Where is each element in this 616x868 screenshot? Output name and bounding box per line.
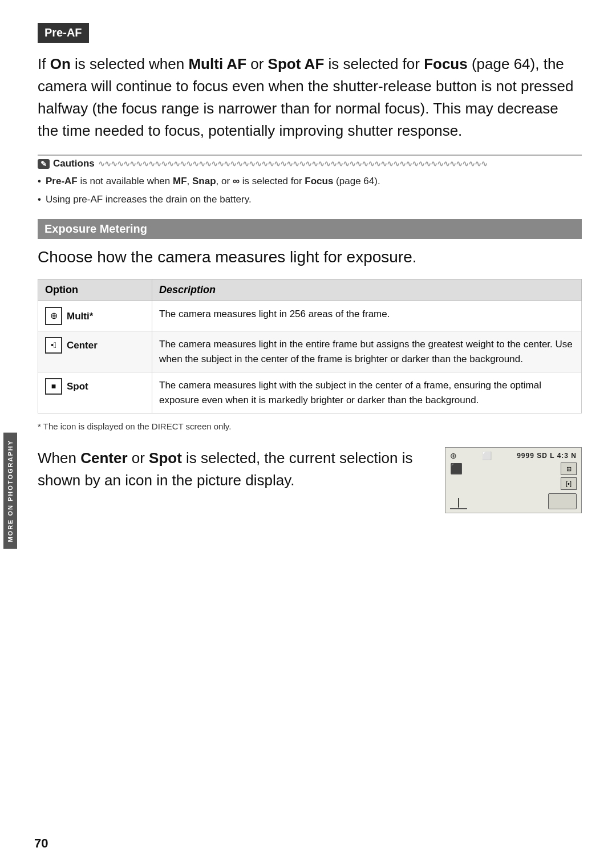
cautions-wave: ∿∿∿∿∿∿∿∿∿∿∿∿∿∿∿∿∿∿∿∿∿∿∿∿∿∿∿∿∿∿∿∿∿∿∿∿∿∿∿∿… [98,159,487,168]
caution-item-1: Pre-AF is not available when MF, Snap, o… [38,174,582,189]
bottom-text: When Center or Spot is selected, the cur… [38,447,428,492]
spot-label: Spot [67,379,88,394]
spot-icon: ■ [45,378,62,395]
lcd-photo-icon: ⬜ [482,451,492,460]
col-header-desc: Description [152,279,582,301]
exposure-subtitle: Choose how the camera measures light for… [38,247,582,267]
camera-lcd: ⊕ ⬜ 9999 SD L 4:3 N ⬛ ⊞ [•] | [445,447,582,513]
pre-af-header: Pre-AF [38,23,89,43]
cautions-list: Pre-AF is not available when MF, Snap, o… [38,174,582,206]
center-label: Center [67,338,98,353]
lcd-top-row: ⊕ ⬜ 9999 SD L 4:3 N [450,451,577,460]
table-row: •⃞ Center The camera measures light in t… [38,331,582,372]
table-row: ■ Spot The camera measures light with th… [38,372,582,413]
lcd-center-metering-icon: [•] [561,477,577,490]
option-cell-content-multi: ⊕ Multi* [45,307,145,325]
lcd-numbers: 9999 SD L 4:3 N [517,452,577,460]
footnote: * The icon is displayed on the DIRECT sc… [38,421,582,431]
bottom-section: When Center or Spot is selected, the cur… [38,447,582,513]
main-content: Pre-AF If On is selected when Multi AF o… [21,0,616,868]
side-tab: More on Photography [0,114,21,868]
exposure-metering-header: Exposure Metering [38,219,582,239]
cautions-header: ✎ Cautions ∿∿∿∿∿∿∿∿∿∿∿∿∿∿∿∿∿∿∿∿∿∿∿∿∿∿∿∿∿… [38,158,582,169]
lcd-middle-icon: ⬛ [450,463,463,490]
table-row: ⊕ Multi* The camera measures light in 25… [38,301,582,331]
option-cell-spot: ■ Spot [38,372,152,413]
center-icon: •⃞ [45,337,62,354]
cautions-label: Cautions [53,158,95,169]
lcd-middle: ⬛ ⊞ [•] [450,463,577,490]
lcd-frame-bracket [548,493,577,509]
lcd-wifi-icon: ⊕ [450,451,457,460]
lcd-bar-icon: | [450,496,467,509]
multi-icon: ⊕ [45,307,62,325]
multi-desc: The camera measures light in 256 areas o… [152,301,582,331]
pre-af-body: If On is selected when Multi AF or Spot … [38,53,582,142]
option-cell-content-spot: ■ Spot [45,378,145,395]
option-cell-content-center: •⃞ Center [45,337,145,354]
col-header-option: Option [38,279,152,301]
spot-desc: The camera measures light with the subje… [152,372,582,413]
multi-label: Multi* [67,309,93,324]
page-number: 70 [34,836,48,851]
caution-item-2: Using pre-AF increases the drain on the … [38,192,582,207]
option-cell-center: •⃞ Center [38,331,152,372]
option-cell-multi: ⊕ Multi* [38,301,152,331]
cautions-icon: ✎ [38,159,50,169]
lcd-bottom: | [450,493,577,509]
center-desc: The camera measures light in the entire … [152,331,582,372]
page-container: More on Photography Pre-AF If On is sele… [0,0,616,868]
options-table: Option Description ⊕ Multi* The [38,279,582,413]
cautions-block: ✎ Cautions ∿∿∿∿∿∿∿∿∿∿∿∿∿∿∿∿∿∿∿∿∿∿∿∿∿∿∿∿∿… [38,155,582,206]
table-header-row: Option Description [38,279,582,301]
side-tab-label: More on Photography [3,433,17,549]
lcd-grid-icon: ⊞ [561,463,577,475]
